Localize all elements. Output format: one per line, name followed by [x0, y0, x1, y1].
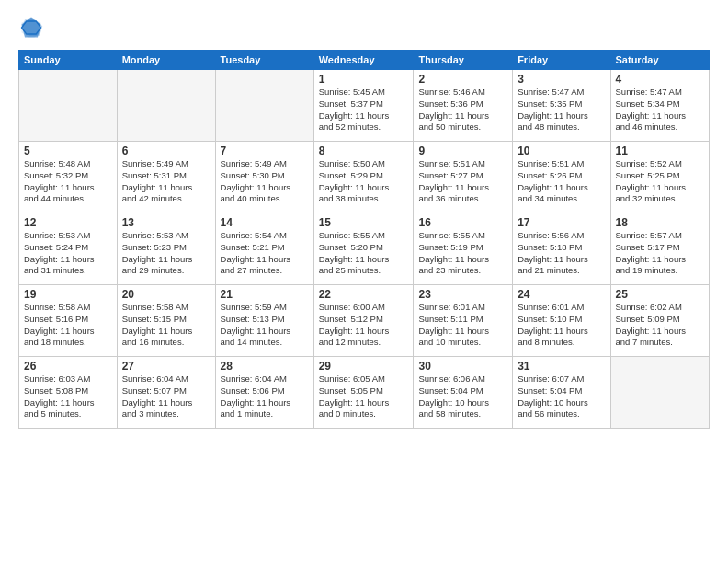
- day-cell-20: 20Sunrise: 5:58 AM Sunset: 5:15 PM Dayli…: [117, 285, 215, 357]
- day-number: 13: [122, 216, 210, 229]
- day-info: Sunrise: 5:52 AM Sunset: 5:25 PM Dayligh…: [616, 158, 704, 205]
- day-cell-25: 25Sunrise: 6:02 AM Sunset: 5:09 PM Dayli…: [610, 285, 709, 357]
- day-cell-17: 17Sunrise: 5:56 AM Sunset: 5:18 PM Dayli…: [513, 213, 610, 285]
- week-row-4: 26Sunrise: 6:03 AM Sunset: 5:08 PM Dayli…: [19, 357, 710, 429]
- day-info: Sunrise: 5:53 AM Sunset: 5:24 PM Dayligh…: [24, 230, 112, 277]
- day-number: 27: [122, 360, 210, 373]
- day-info: Sunrise: 5:54 AM Sunset: 5:21 PM Dayligh…: [221, 230, 309, 277]
- day-info: Sunrise: 5:46 AM Sunset: 5:36 PM Dayligh…: [418, 86, 507, 133]
- day-info: Sunrise: 6:04 AM Sunset: 5:06 PM Dayligh…: [221, 373, 309, 420]
- day-info: Sunrise: 6:04 AM Sunset: 5:07 PM Dayligh…: [122, 373, 210, 420]
- day-cell-5: 5Sunrise: 5:48 AM Sunset: 5:32 PM Daylig…: [19, 142, 118, 213]
- day-cell-12: 12Sunrise: 5:53 AM Sunset: 5:24 PM Dayli…: [19, 213, 118, 285]
- day-cell-8: 8Sunrise: 5:50 AM Sunset: 5:29 PM Daylig…: [313, 142, 414, 213]
- day-cell-31: 31Sunrise: 6:07 AM Sunset: 5:04 PM Dayli…: [513, 357, 610, 429]
- day-info: Sunrise: 5:58 AM Sunset: 5:16 PM Dayligh…: [24, 302, 112, 349]
- day-cell-29: 29Sunrise: 6:05 AM Sunset: 5:05 PM Dayli…: [313, 357, 414, 429]
- day-cell-10: 10Sunrise: 5:51 AM Sunset: 5:26 PM Dayli…: [513, 142, 610, 213]
- day-cell-21: 21Sunrise: 5:59 AM Sunset: 5:13 PM Dayli…: [215, 285, 313, 357]
- week-row-0: 1Sunrise: 5:45 AM Sunset: 5:37 PM Daylig…: [19, 70, 710, 142]
- logo: [18, 15, 48, 40]
- day-info: Sunrise: 6:05 AM Sunset: 5:05 PM Dayligh…: [319, 373, 409, 420]
- day-info: Sunrise: 6:02 AM Sunset: 5:09 PM Dayligh…: [616, 302, 704, 349]
- day-number: 3: [518, 73, 605, 86]
- day-cell-27: 27Sunrise: 6:04 AM Sunset: 5:07 PM Dayli…: [117, 357, 215, 429]
- col-header-tuesday: Tuesday: [215, 51, 313, 70]
- col-header-thursday: Thursday: [414, 51, 513, 70]
- col-header-saturday: Saturday: [610, 51, 709, 70]
- day-cell-22: 22Sunrise: 6:00 AM Sunset: 5:12 PM Dayli…: [313, 285, 414, 357]
- day-cell-1: 1Sunrise: 5:45 AM Sunset: 5:37 PM Daylig…: [313, 70, 414, 142]
- col-header-wednesday: Wednesday: [313, 51, 414, 70]
- day-info: Sunrise: 5:53 AM Sunset: 5:23 PM Dayligh…: [122, 230, 210, 277]
- day-number: 25: [616, 288, 704, 301]
- calendar-header-row: SundayMondayTuesdayWednesdayThursdayFrid…: [19, 51, 710, 70]
- logo-icon: [18, 15, 44, 40]
- day-info: Sunrise: 5:55 AM Sunset: 5:19 PM Dayligh…: [418, 230, 507, 277]
- day-info: Sunrise: 6:01 AM Sunset: 5:10 PM Dayligh…: [518, 302, 605, 349]
- day-info: Sunrise: 6:00 AM Sunset: 5:12 PM Dayligh…: [319, 302, 409, 349]
- day-info: Sunrise: 5:51 AM Sunset: 5:27 PM Dayligh…: [418, 158, 507, 205]
- day-cell-28: 28Sunrise: 6:04 AM Sunset: 5:06 PM Dayli…: [215, 357, 313, 429]
- day-number: 26: [24, 360, 112, 373]
- week-row-2: 12Sunrise: 5:53 AM Sunset: 5:24 PM Dayli…: [19, 213, 710, 285]
- day-number: 29: [319, 360, 409, 373]
- day-number: 30: [418, 360, 507, 373]
- day-number: 2: [418, 73, 507, 86]
- day-number: 15: [319, 216, 409, 229]
- day-number: 20: [122, 288, 210, 301]
- empty-cell: [610, 357, 709, 429]
- day-number: 9: [418, 144, 507, 157]
- day-number: 1: [319, 73, 409, 86]
- day-number: 28: [221, 360, 309, 373]
- day-number: 23: [418, 288, 507, 301]
- day-cell-15: 15Sunrise: 5:55 AM Sunset: 5:20 PM Dayli…: [313, 213, 414, 285]
- day-info: Sunrise: 5:47 AM Sunset: 5:34 PM Dayligh…: [616, 86, 704, 133]
- day-number: 18: [616, 216, 704, 229]
- day-number: 31: [518, 360, 605, 373]
- day-cell-24: 24Sunrise: 6:01 AM Sunset: 5:10 PM Dayli…: [513, 285, 610, 357]
- empty-cell: [215, 70, 313, 142]
- day-info: Sunrise: 6:07 AM Sunset: 5:04 PM Dayligh…: [518, 373, 605, 420]
- day-number: 12: [24, 216, 112, 229]
- day-cell-6: 6Sunrise: 5:49 AM Sunset: 5:31 PM Daylig…: [117, 142, 215, 213]
- day-info: Sunrise: 6:06 AM Sunset: 5:04 PM Dayligh…: [418, 373, 507, 420]
- day-cell-23: 23Sunrise: 6:01 AM Sunset: 5:11 PM Dayli…: [414, 285, 513, 357]
- day-cell-7: 7Sunrise: 5:49 AM Sunset: 5:30 PM Daylig…: [215, 142, 313, 213]
- day-cell-16: 16Sunrise: 5:55 AM Sunset: 5:19 PM Dayli…: [414, 213, 513, 285]
- day-number: 10: [518, 144, 605, 157]
- day-info: Sunrise: 5:49 AM Sunset: 5:30 PM Dayligh…: [221, 158, 309, 205]
- calendar-table: SundayMondayTuesdayWednesdayThursdayFrid…: [18, 50, 710, 429]
- day-info: Sunrise: 5:51 AM Sunset: 5:26 PM Dayligh…: [518, 158, 605, 205]
- week-row-1: 5Sunrise: 5:48 AM Sunset: 5:32 PM Daylig…: [19, 142, 710, 213]
- day-number: 8: [319, 144, 409, 157]
- day-number: 14: [221, 216, 309, 229]
- day-cell-30: 30Sunrise: 6:06 AM Sunset: 5:04 PM Dayli…: [414, 357, 513, 429]
- day-number: 24: [518, 288, 605, 301]
- col-header-friday: Friday: [513, 51, 610, 70]
- day-cell-19: 19Sunrise: 5:58 AM Sunset: 5:16 PM Dayli…: [19, 285, 118, 357]
- day-info: Sunrise: 5:57 AM Sunset: 5:17 PM Dayligh…: [616, 230, 704, 277]
- day-number: 21: [221, 288, 309, 301]
- week-row-3: 19Sunrise: 5:58 AM Sunset: 5:16 PM Dayli…: [19, 285, 710, 357]
- day-number: 5: [24, 144, 112, 157]
- day-info: Sunrise: 6:01 AM Sunset: 5:11 PM Dayligh…: [418, 302, 507, 349]
- page: SundayMondayTuesdayWednesdayThursdayFrid…: [0, 0, 728, 563]
- day-info: Sunrise: 5:55 AM Sunset: 5:20 PM Dayligh…: [319, 230, 409, 277]
- day-cell-9: 9Sunrise: 5:51 AM Sunset: 5:27 PM Daylig…: [414, 142, 513, 213]
- day-cell-3: 3Sunrise: 5:47 AM Sunset: 5:35 PM Daylig…: [513, 70, 610, 142]
- col-header-sunday: Sunday: [19, 51, 118, 70]
- day-cell-2: 2Sunrise: 5:46 AM Sunset: 5:36 PM Daylig…: [414, 70, 513, 142]
- day-number: 22: [319, 288, 409, 301]
- day-info: Sunrise: 5:50 AM Sunset: 5:29 PM Dayligh…: [319, 158, 409, 205]
- day-info: Sunrise: 5:48 AM Sunset: 5:32 PM Dayligh…: [24, 158, 112, 205]
- day-info: Sunrise: 6:03 AM Sunset: 5:08 PM Dayligh…: [24, 373, 112, 420]
- day-number: 11: [616, 144, 704, 157]
- day-cell-18: 18Sunrise: 5:57 AM Sunset: 5:17 PM Dayli…: [610, 213, 709, 285]
- col-header-monday: Monday: [117, 51, 215, 70]
- empty-cell: [19, 70, 118, 142]
- day-cell-11: 11Sunrise: 5:52 AM Sunset: 5:25 PM Dayli…: [610, 142, 709, 213]
- day-number: 16: [418, 216, 507, 229]
- day-number: 6: [122, 144, 210, 157]
- day-number: 4: [616, 73, 704, 86]
